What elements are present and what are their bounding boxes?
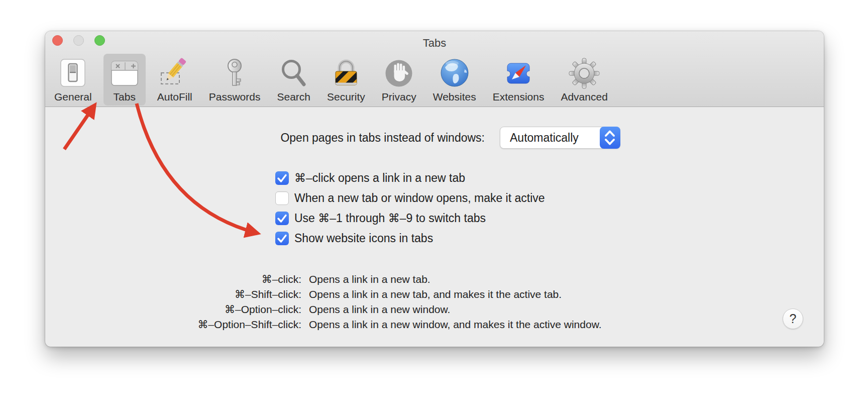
- toolbar-label: Passwords: [209, 91, 261, 103]
- open-pages-selected-value: Automatically: [510, 127, 579, 148]
- checkbox-label: When a new tab or window opens, make it …: [294, 191, 545, 205]
- toolbar-item-extensions[interactable]: Extensions: [488, 54, 550, 106]
- help-line: ⌘–Option–click: Opens a link in a new wi…: [45, 302, 824, 317]
- extensions-puzzle-icon: [502, 57, 534, 89]
- tabs-window-icon: [108, 57, 141, 89]
- help-button[interactable]: ?: [783, 309, 803, 329]
- toolbar-label: AutoFill: [157, 91, 192, 103]
- autofill-pencil-icon: [159, 57, 191, 89]
- toolbar-label: Extensions: [493, 91, 545, 103]
- help-keys: ⌘–Option–click:: [45, 302, 301, 317]
- toolbar-item-websites[interactable]: Websites: [428, 54, 481, 106]
- shortcut-help-block: ⌘–click: Opens a link in a new tab. ⌘–Sh…: [45, 272, 824, 332]
- safari-preferences-window: Tabs General: [45, 31, 824, 347]
- help-keys: ⌘–click:: [45, 272, 301, 287]
- toolbar-item-advanced[interactable]: Advanced: [556, 54, 612, 106]
- open-pages-select[interactable]: Automatically: [500, 127, 620, 149]
- checkbox-row-show-website-icons[interactable]: Show website icons in tabs: [275, 231, 433, 245]
- privacy-hand-icon: [383, 57, 415, 89]
- open-pages-label: Open pages in tabs instead of windows:: [280, 127, 485, 149]
- advanced-gear-icon: [568, 57, 600, 89]
- toolbar-label: Tabs: [114, 91, 136, 103]
- checkbox[interactable]: [275, 171, 289, 185]
- toolbar-label: Security: [327, 91, 365, 103]
- security-lock-icon: [330, 57, 362, 89]
- passwords-key-icon: [219, 57, 251, 89]
- toolbar-label: General: [54, 91, 92, 103]
- general-switch-icon: [57, 57, 89, 89]
- help-description: Opens a link in a new tab.: [309, 272, 430, 287]
- checkbox-label: Show website icons in tabs: [294, 232, 433, 245]
- toolbar-label: Search: [277, 91, 310, 103]
- toolbar-item-autofill[interactable]: AutoFill: [152, 54, 197, 106]
- checkbox[interactable]: [275, 212, 289, 225]
- checkbox[interactable]: [275, 232, 289, 245]
- help-line: ⌘–Shift–click: Opens a link in a new tab…: [45, 287, 824, 302]
- popup-stepper-icon: [600, 127, 620, 149]
- toolbar-item-security[interactable]: Security: [322, 54, 370, 106]
- websites-globe-icon: [439, 57, 471, 89]
- checkbox-label: ⌘–click opens a link in a new tab: [294, 171, 465, 185]
- help-line: ⌘–click: Opens a link in a new tab.: [45, 272, 824, 287]
- help-line: ⌘–Option–Shift–click: Opens a link in a …: [45, 317, 824, 332]
- toolbar-label: Privacy: [382, 91, 416, 103]
- toolbar-item-general[interactable]: General: [49, 54, 97, 106]
- help-description: Opens a link in a new window, and makes …: [309, 317, 601, 332]
- toolbar-label: Advanced: [561, 91, 607, 103]
- toolbar-item-search[interactable]: Search: [272, 54, 315, 106]
- toolbar-item-passwords[interactable]: Passwords: [204, 54, 266, 106]
- checkbox-row-cmd-number-switch[interactable]: Use ⌘–1 through ⌘–9 to switch tabs: [275, 211, 486, 225]
- help-keys: ⌘–Shift–click:: [45, 287, 301, 302]
- titlebar-toolbar-area: Tabs General: [45, 31, 824, 107]
- toolbar-item-privacy[interactable]: Privacy: [377, 54, 421, 106]
- search-magnifier-icon: [278, 57, 310, 89]
- preferences-toolbar: General Tabs: [49, 54, 613, 106]
- checkbox-label: Use ⌘–1 through ⌘–9 to switch tabs: [294, 212, 486, 225]
- checkbox[interactable]: [275, 191, 289, 205]
- toolbar-label: Websites: [433, 91, 476, 103]
- help-description: Opens a link in a new window.: [309, 302, 450, 317]
- window-title: Tabs: [45, 37, 824, 50]
- help-keys: ⌘–Option–Shift–click:: [45, 317, 301, 332]
- help-description: Opens a link in a new tab, and makes it …: [309, 287, 562, 302]
- toolbar-item-tabs[interactable]: Tabs: [103, 54, 146, 106]
- checkbox-row-cmd-click-new-tab[interactable]: ⌘–click opens a link in a new tab: [275, 171, 465, 185]
- checkbox-row-new-tab-make-active[interactable]: When a new tab or window opens, make it …: [275, 191, 545, 205]
